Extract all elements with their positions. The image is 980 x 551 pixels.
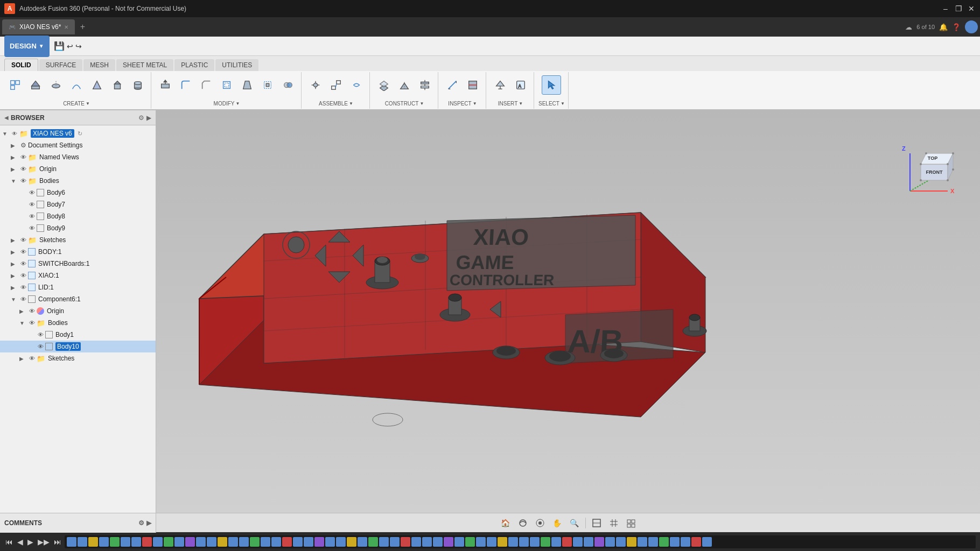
timeline-item[interactable] — [530, 537, 540, 547]
inspect-dropdown-icon[interactable]: ▼ — [473, 101, 477, 106]
tree-item-switchboards[interactable]: ▶ 👁 SWITCHBoards:1 — [0, 258, 156, 270]
as-built-joint-button[interactable] — [326, 75, 346, 95]
timeline-item[interactable] — [142, 537, 152, 547]
timeline-item[interactable] — [207, 537, 216, 547]
tree-item-origin-component6[interactable]: ▶ 👁 Origin — [0, 305, 156, 317]
extrude-button[interactable] — [26, 75, 45, 95]
timeline-item[interactable] — [282, 537, 292, 547]
undo-icon[interactable]: ↩ — [67, 42, 73, 51]
combine-button[interactable] — [278, 75, 298, 95]
timeline-item[interactable] — [670, 537, 680, 547]
visibility-icon[interactable]: 👁 — [37, 343, 44, 350]
timeline-item[interactable] — [239, 537, 249, 547]
timeline-item[interactable] — [573, 537, 583, 547]
timeline-item[interactable] — [325, 537, 335, 547]
browser-expand-icon[interactable]: ▶ — [146, 114, 151, 122]
timeline-item[interactable] — [584, 537, 593, 547]
expand-icon[interactable]: ▼ — [2, 131, 10, 137]
draft-button[interactable] — [237, 75, 257, 95]
timeline-prev-button[interactable]: ◀ — [16, 536, 24, 547]
tree-item-sketches-component6[interactable]: ▶ 👁 📁 Sketches — [0, 352, 156, 364]
create-dropdown-icon[interactable]: ▼ — [86, 101, 90, 106]
tree-item-bodies-root[interactable]: ▼ 👁 📁 Bodies — [0, 175, 156, 187]
tree-item-lid[interactable]: ▶ 👁 LID:1 — [0, 281, 156, 293]
visibility-icon[interactable]: 👁 — [19, 153, 27, 161]
timeline-item[interactable] — [347, 537, 356, 547]
timeline-item[interactable] — [659, 537, 669, 547]
section-analysis-button[interactable] — [463, 75, 482, 95]
tree-item-body9[interactable]: 👁 Body9 — [0, 222, 156, 234]
timeline-item[interactable] — [422, 537, 432, 547]
restore-button[interactable]: ❐ — [954, 4, 963, 13]
expand-icon[interactable]: ▶ — [11, 249, 18, 255]
settings-icon[interactable]: ⚙ — [19, 142, 27, 149]
visibility-icon[interactable]: 👁 — [11, 130, 18, 137]
timeline-play-button[interactable]: ▶ — [26, 536, 34, 547]
scale-button[interactable] — [258, 75, 277, 95]
timeline-track[interactable] — [65, 535, 976, 548]
timeline-item[interactable] — [605, 537, 615, 547]
expand-icon[interactable]: ▶ — [11, 154, 18, 160]
expand-icon[interactable]: ▶ — [11, 166, 18, 172]
timeline-item[interactable] — [250, 537, 260, 547]
comments-expand-icon[interactable]: ▶ — [146, 519, 151, 527]
browser-settings-icon[interactable]: ⚙ — [138, 114, 144, 122]
timeline-item[interactable] — [616, 537, 626, 547]
visibility-icon[interactable]: 👁 — [28, 201, 36, 208]
timeline-item[interactable] — [519, 537, 529, 547]
viewport[interactable]: XIAO GAME CONTROLLER A/B — [156, 110, 980, 513]
timeline-item[interactable] — [164, 537, 173, 547]
tab-surface[interactable]: SURFACE — [39, 59, 83, 71]
timeline-item[interactable] — [228, 537, 238, 547]
orbit-button[interactable] — [515, 515, 530, 531]
timeline-item[interactable] — [293, 537, 303, 547]
visibility-icon[interactable]: 👁 — [19, 177, 27, 185]
timeline-item[interactable] — [218, 537, 227, 547]
display-settings-button[interactable] — [589, 515, 604, 531]
timeline-item[interactable] — [304, 537, 313, 547]
timeline-item[interactable] — [358, 537, 367, 547]
tree-item-body8[interactable]: 👁 Body8 — [0, 210, 156, 222]
expand-icon[interactable]: ▶ — [11, 143, 18, 149]
browser-collapse-icon[interactable]: ◀ — [4, 115, 9, 121]
redo-icon[interactable]: ↪ — [75, 42, 82, 51]
tree-item-body6[interactable]: 👁 Body6 — [0, 187, 156, 199]
tree-item-body1-component[interactable]: ▶ 👁 BODY:1 — [0, 246, 156, 258]
angle-plane-button[interactable] — [395, 75, 414, 95]
zoom-button[interactable]: 🔍 — [567, 515, 582, 531]
timeline-item[interactable] — [433, 537, 443, 547]
tab-utilities[interactable]: UTILITIES — [215, 59, 258, 71]
timeline-item[interactable] — [648, 537, 658, 547]
modify-dropdown-icon[interactable]: ▼ — [235, 101, 240, 106]
timeline-item[interactable] — [131, 537, 141, 547]
timeline-item[interactable] — [110, 537, 120, 547]
close-button[interactable]: ✕ — [967, 4, 976, 13]
tab-solid[interactable]: SOLID — [4, 59, 38, 71]
timeline-item[interactable] — [368, 537, 378, 547]
shell-button[interactable] — [217, 75, 236, 95]
timeline-item[interactable] — [454, 537, 464, 547]
timeline-item[interactable] — [498, 537, 507, 547]
timeline-item[interactable] — [88, 537, 98, 547]
timeline-item[interactable] — [121, 537, 130, 547]
timeline-item[interactable] — [99, 537, 109, 547]
visibility-icon[interactable]: 👁 — [19, 236, 27, 244]
tree-item-root[interactable]: ▼ 👁 📁 XIAO NES v6 ↻ — [0, 128, 156, 139]
timeline-item[interactable] — [314, 537, 324, 547]
tree-item-xiao[interactable]: ▶ 👁 XIAO:1 — [0, 270, 156, 281]
design-mode-button[interactable]: DESIGN ▼ — [4, 36, 50, 57]
timeline-item[interactable] — [681, 537, 690, 547]
tree-item-document-settings[interactable]: ▶ ⚙ Document Settings — [0, 139, 156, 151]
offset-plane-button[interactable] — [374, 75, 394, 95]
home-view-button[interactable]: 🏠 — [498, 515, 513, 531]
timeline-item[interactable] — [594, 537, 604, 547]
timeline-item[interactable] — [336, 537, 346, 547]
visibility-icon[interactable]: 👁 — [28, 224, 36, 232]
loft-button[interactable] — [87, 75, 107, 95]
expand-icon[interactable]: ▶ — [19, 356, 27, 362]
tree-item-bodies-component6[interactable]: ▼ 👁 📁 Bodies — [0, 317, 156, 329]
box-button[interactable] — [108, 75, 127, 95]
view-settings-button[interactable] — [624, 515, 639, 531]
expand-icon[interactable]: ▶ — [11, 285, 18, 291]
visibility-icon[interactable]: 👁 — [28, 307, 36, 315]
